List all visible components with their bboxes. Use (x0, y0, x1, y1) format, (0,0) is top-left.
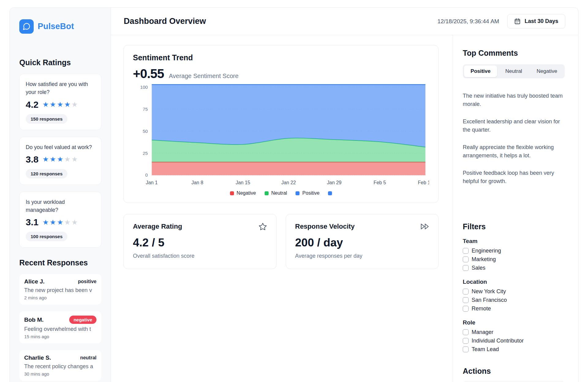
svg-text:Jan 29: Jan 29 (327, 180, 341, 185)
star-empty-icon: ★ (71, 155, 79, 163)
legend-item-extra[interactable] (328, 191, 332, 195)
star-filled-icon: ★ (50, 100, 57, 108)
checkbox-label: San Francisco (472, 297, 507, 303)
fast-forward-icon (420, 222, 429, 231)
page-title: Dashboard Overview (124, 17, 437, 26)
response-time: 2 mins ago (24, 295, 96, 300)
legend-item-positive[interactable]: Positive (296, 190, 319, 196)
sentiment-trend-card: Sentiment Trend +0.55 Average Sentiment … (123, 45, 439, 203)
legend-label: Positive (302, 190, 319, 196)
chart-legend: Negative Neutral Positive (133, 190, 429, 196)
metric-caption: Average responses per day (295, 253, 429, 259)
legend-swatch-negative (230, 191, 234, 195)
star-rating-icons: ★★★★★ (43, 156, 79, 163)
checkbox-engineering[interactable] (463, 248, 469, 254)
tab-neutral[interactable]: Neutral (497, 66, 530, 77)
response-item: Alice J. positive The new project has be… (19, 274, 101, 305)
svg-text:100: 100 (140, 85, 148, 90)
star-filled-icon: ★ (43, 155, 50, 163)
metric-value: 4.2 / 5 (133, 236, 267, 249)
responder-name: Alice J. (24, 278, 45, 285)
checkbox-label: Marketing (472, 256, 496, 263)
checkbox-new-york-city[interactable] (463, 289, 469, 294)
responses-count-badge: 150 responses (26, 114, 67, 124)
svg-text:25: 25 (143, 151, 148, 156)
responder-name: Bob M. (24, 316, 43, 323)
date-range-label: Last 30 Days (525, 18, 558, 24)
response-time: 15 mins ago (24, 334, 96, 339)
legend-item-neutral[interactable]: Neutral (265, 190, 287, 196)
filter-option: Marketing (463, 256, 565, 263)
date-range-button[interactable]: Last 30 Days (507, 14, 565, 28)
legend-swatch-neutral (265, 191, 269, 195)
star-empty-icon: ★ (71, 100, 79, 108)
brand-logo: PulseBot (19, 19, 101, 34)
rating-score: 4.2 (26, 99, 39, 110)
current-timestamp: 12/18/2025, 9:36:44 AM (437, 18, 499, 25)
responder-name: Charlie S. (24, 354, 51, 361)
checkbox-individual-contributor[interactable] (463, 338, 469, 344)
sentiment-label: neutral (80, 355, 96, 361)
filter-option: Individual Contributor (463, 338, 565, 344)
legend-label: Negative (237, 190, 256, 196)
checkbox-sales[interactable] (463, 265, 469, 271)
tab-positive[interactable]: Positive (464, 66, 497, 77)
metric-caption: Overall satisfaction score (133, 253, 267, 259)
star-filled-icon: ★ (50, 218, 57, 226)
responses-count-badge: 100 responses (26, 232, 67, 241)
response-text: The recent policy changes a (24, 363, 96, 370)
rating-question: Do you feel valued at work? (26, 143, 95, 151)
response-text: Feeling overwhelmed with t (24, 326, 96, 332)
response-item: Bob M. negative Feeling overwhelmed with… (19, 311, 101, 343)
filter-option: New York City (463, 288, 565, 295)
right-panel: Top Comments Positive Neutral Negative T… (453, 35, 578, 382)
response-item: Charlie S. neutral The recent policy cha… (19, 350, 101, 381)
checkbox-san-francisco[interactable] (463, 297, 469, 303)
star-rating-icons: ★★★★★ (43, 219, 79, 226)
tab-negative[interactable]: Negative (530, 66, 564, 77)
chat-bubble-icon (19, 19, 34, 34)
checkbox-manager[interactable] (463, 329, 469, 335)
sentiment-badge: negative (69, 316, 96, 324)
svg-text:Feb 12: Feb 12 (418, 180, 429, 185)
checkbox-label: Sales (472, 265, 485, 271)
svg-text:50: 50 (143, 129, 148, 134)
top-comments-heading: Top Comments (463, 49, 565, 58)
filter-option: Manager (463, 329, 565, 335)
metric-title: Response Velocity (295, 223, 355, 230)
comment-item: The new initiative has truly boosted tea… (463, 92, 564, 108)
metric-value: 200 / day (295, 236, 429, 249)
comment-item: Positive feedback loop has been very hel… (463, 169, 564, 185)
rating-question: How satisfied are you with your role? (26, 80, 95, 96)
checkbox-marketing[interactable] (463, 257, 469, 262)
svg-text:Jan 22: Jan 22 (281, 180, 296, 185)
filter-group-location: Location (463, 279, 565, 285)
svg-text:0: 0 (145, 173, 148, 178)
svg-text:75: 75 (143, 107, 148, 112)
star-filled-icon: ★ (43, 100, 50, 108)
checkbox-remote[interactable] (463, 306, 469, 312)
rating-card: Is your workload manageable? 3.1 ★★★★★ 1… (19, 192, 101, 248)
comment-item: Excellent leadership and clear vision fo… (463, 118, 564, 134)
filter-option: Engineering (463, 248, 565, 254)
recent-responses-heading: Recent Responses (19, 258, 101, 267)
rating-score: 3.8 (26, 154, 39, 165)
comments-list: The new initiative has truly boosted tea… (463, 92, 565, 222)
star-empty-icon: ★ (64, 218, 72, 226)
average-sentiment-score: +0.55 (133, 66, 164, 81)
filters-heading: Filters (463, 222, 565, 231)
legend-item-negative[interactable]: Negative (230, 190, 256, 196)
checkbox-label: Manager (472, 329, 493, 335)
star-empty-icon: ★ (71, 218, 79, 226)
checkbox-team-lead[interactable] (463, 346, 469, 352)
checkbox-label: Team Lead (472, 346, 499, 353)
calendar-icon (514, 18, 521, 24)
comment-item: Really appreciate the flexible working a… (463, 143, 564, 160)
sentiment-area-chart: 0255075100Jan 1Jan 8Jan 15Jan 22Jan 29Fe… (133, 84, 429, 187)
rating-card: How satisfied are you with your role? 4.… (19, 74, 101, 130)
left-sidebar: PulseBot Quick Ratings How satisfied are… (10, 8, 111, 382)
actions-heading: Actions (463, 367, 565, 376)
page-header: Dashboard Overview 12/18/2025, 9:36:44 A… (111, 8, 578, 35)
legend-label: Neutral (271, 190, 287, 196)
rating-score: 3.1 (26, 217, 39, 227)
